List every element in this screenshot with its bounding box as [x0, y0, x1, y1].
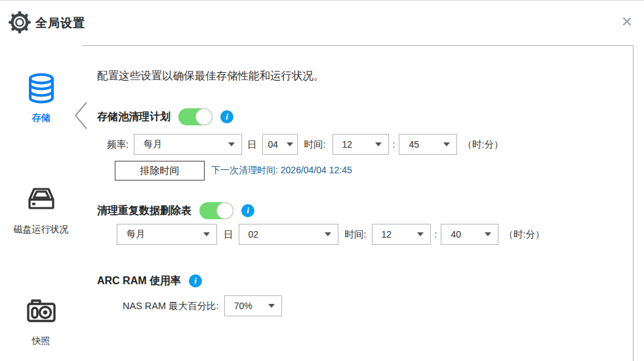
- collapse-chevron-left-icon[interactable]: [72, 100, 89, 133]
- dedup-section-header: 清理重复数据删除表 i: [97, 202, 630, 219]
- database-icon: [24, 96, 58, 108]
- arc-section-header: ARC RAM 使用率 i: [97, 272, 630, 289]
- scrub-frequency-select[interactable]: 每月: [134, 134, 242, 155]
- time-format-hint: （时:分）: [462, 138, 503, 151]
- dedup-frequency-select[interactable]: 每月: [117, 224, 217, 245]
- select-value: 70%: [234, 301, 252, 311]
- description-text: 配置这些设置以确保最佳存储性能和运行状况。: [97, 69, 630, 83]
- time-separator: :: [393, 139, 395, 150]
- caret-down-icon: [268, 304, 275, 308]
- time-format-hint: （时:分）: [504, 228, 544, 241]
- scrub-section-header: 存储池清理计划 i: [97, 108, 630, 125]
- frequency-label: 频率:: [107, 138, 129, 151]
- scrub-day-select[interactable]: 04: [262, 134, 298, 155]
- caret-down-icon: [325, 232, 331, 236]
- exclude-time-button[interactable]: 排除时间: [115, 161, 205, 180]
- day-label: 日: [247, 138, 257, 151]
- time-label: 时间:: [345, 228, 367, 241]
- arc-ram-row: NAS RAM 最大百分比: 70%: [123, 295, 630, 316]
- select-value: 12: [342, 139, 353, 150]
- dedup-day-select[interactable]: 02: [239, 224, 338, 245]
- scrub-hour-select[interactable]: 12: [332, 134, 389, 155]
- sidebar-item-label: 快照: [13, 334, 70, 347]
- sidebar-item-label: 磁盘运行状况: [13, 223, 70, 236]
- ram-percent-select[interactable]: 70%: [224, 295, 282, 316]
- caret-down-icon: [287, 142, 293, 146]
- caret-down-icon: [375, 142, 382, 146]
- select-value: 45: [409, 139, 419, 150]
- dedup-minute-select[interactable]: 40: [441, 224, 498, 245]
- select-value: 每月: [127, 228, 145, 240]
- caret-down-icon: [203, 232, 210, 236]
- disk-drive-icon: [24, 208, 58, 219]
- sidebar-item-snapshot[interactable]: 快照: [0, 295, 82, 347]
- select-value: 12: [382, 229, 392, 240]
- scrub-section-title: 存储池清理计划: [97, 110, 171, 124]
- sidebar-item-disk-health[interactable]: 磁盘运行状况: [0, 183, 82, 236]
- sidebar-item-label: 存储: [13, 111, 70, 124]
- scrub-toggle[interactable]: [178, 108, 212, 125]
- select-value: 每月: [144, 138, 162, 150]
- toggle-knob: [195, 108, 212, 125]
- caret-down-icon: [485, 232, 491, 236]
- scrub-actions-row: 排除时间 下一次清理时间: 2026/04/04 12:45: [115, 161, 630, 180]
- scrub-minute-select[interactable]: 45: [399, 134, 457, 155]
- select-value: 02: [249, 229, 259, 240]
- scrub-schedule-row: 频率: 每月 日 04 时间: 12 : 45 （时:分）: [107, 134, 630, 155]
- time-separator: :: [435, 229, 437, 240]
- global-settings-dialog: { "header": { "title": "全局设置", "close_ic…: [0, 0, 644, 361]
- next-run-status: 下一次清理时间: 2026/04/04 12:45: [211, 165, 352, 177]
- info-icon[interactable]: i: [220, 110, 233, 123]
- arc-section-title: ARC RAM 使用率: [97, 274, 181, 288]
- dedup-schedule-row: 每月 日 02 时间: 12 : 40 （时:分）: [117, 224, 630, 245]
- caret-down-icon: [443, 142, 450, 146]
- day-label: 日: [224, 228, 233, 241]
- info-icon[interactable]: i: [241, 204, 254, 217]
- toggle-knob: [216, 202, 233, 219]
- dedup-section-title: 清理重复数据删除表: [97, 204, 191, 218]
- settings-gear-icon: [9, 11, 31, 36]
- settings-content: 配置这些设置以确保最佳存储性能和运行状况。 存储池清理计划 i 频率: 每月 日…: [92, 45, 630, 316]
- caret-down-icon: [228, 142, 235, 146]
- sidebar-item-storage[interactable]: 存储: [0, 72, 82, 124]
- dedup-hour-select[interactable]: 12: [372, 224, 431, 245]
- camera-icon: [24, 320, 58, 331]
- select-value: 40: [451, 229, 461, 240]
- close-icon[interactable]: ×: [622, 12, 632, 31]
- time-label: 时间:: [304, 138, 326, 151]
- ram-percent-label: NAS RAM 最大百分比:: [123, 300, 219, 312]
- dedup-toggle[interactable]: [199, 202, 233, 219]
- caret-down-icon: [417, 232, 424, 236]
- page-title: 全局设置: [35, 15, 85, 31]
- select-value: 04: [268, 139, 279, 150]
- info-icon[interactable]: i: [189, 274, 202, 287]
